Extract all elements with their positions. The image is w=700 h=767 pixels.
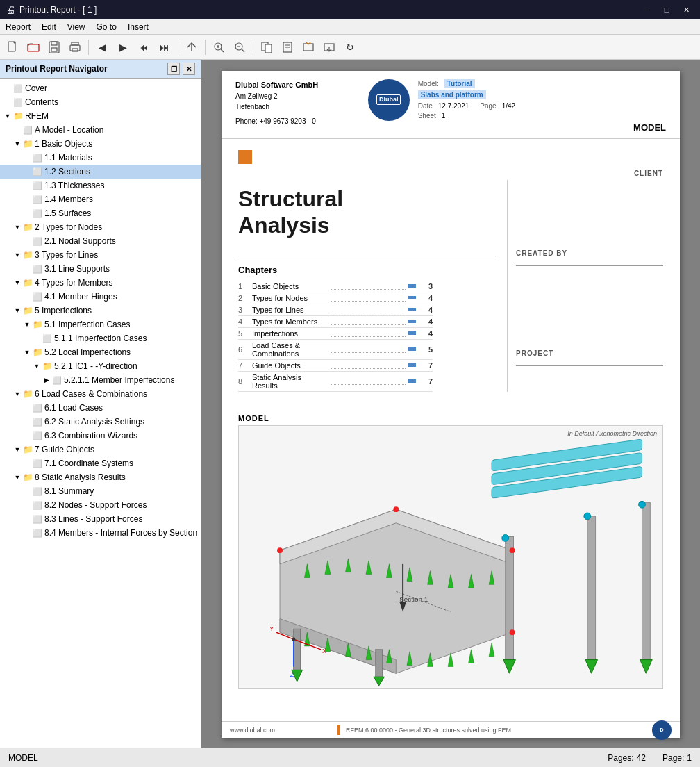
sheet-value: 1 bbox=[442, 112, 446, 119]
tree-item-8-3[interactable]: ⬜ 8.3 Lines - Support Forces bbox=[0, 512, 201, 526]
doc-icon: ⬜ bbox=[32, 513, 43, 525]
svg-rect-16 bbox=[265, 44, 272, 53]
toolbar-page1[interactable] bbox=[257, 38, 276, 57]
chapters-table: 1 Basic Objects 3 2 Types for Nodes 4 3 bbox=[238, 281, 433, 392]
tree-item-5-2-1-1[interactable]: ▶ ⬜ 5.2.1.1 Member Imperfections bbox=[0, 373, 201, 387]
tree-item-4-1[interactable]: ⬜ 4.1 Member Hinges bbox=[0, 290, 201, 304]
doc-icon: ⬜ bbox=[32, 236, 43, 247]
tree-item-8-1[interactable]: ⬜ 8.1 Summary bbox=[0, 484, 201, 498]
expand-1-basic[interactable]: ▼ bbox=[12, 139, 22, 149]
expand-3-lines[interactable]: ▼ bbox=[12, 250, 22, 260]
expand-7-guide[interactable]: ▼ bbox=[12, 445, 22, 454]
tree-item-5-2-1[interactable]: ▼ 📁 5.2.1 IC1 - -Y-direction bbox=[0, 359, 201, 373]
chapter-row: 2 Types for Nodes 4 bbox=[238, 292, 433, 304]
toolbar-export2[interactable] bbox=[319, 38, 339, 57]
tree-item-8-2[interactable]: ⬜ 8.2 Nodes - Support Forces bbox=[0, 498, 201, 512]
menu-edit[interactable]: Edit bbox=[36, 19, 62, 34]
tree-item-1-3[interactable]: ⬜ 1.3 Thicknesses bbox=[0, 179, 201, 192]
toolbar-zoom-out[interactable] bbox=[230, 38, 249, 57]
toolbar-sep1 bbox=[88, 40, 89, 55]
tree-item-6-3[interactable]: ⬜ 6.3 Combination Wizards bbox=[0, 429, 201, 443]
tree-item-1-5[interactable]: ⬜ 1.5 Surfaces bbox=[0, 206, 201, 220]
tree-item-5-2[interactable]: ▼ 📁 5.2 Local Imperfections bbox=[0, 345, 201, 359]
doc-icon: ⬜ bbox=[32, 402, 43, 413]
toolbar-next[interactable]: ▶ bbox=[113, 38, 133, 57]
toolbar: ◀ ▶ ⏮ ⏭ ↻ bbox=[0, 35, 700, 60]
expand-5-2-1[interactable]: ▼ bbox=[32, 361, 42, 371]
toolbar-last[interactable]: ⏭ bbox=[155, 38, 174, 57]
tree-item-rfem[interactable]: ▼ 📁 RFEM bbox=[0, 109, 201, 123]
tree-item-6-1[interactable]: ⬜ 6.1 Load Cases bbox=[0, 401, 201, 415]
toolbar-page2[interactable] bbox=[278, 38, 297, 57]
maximize-button[interactable]: □ bbox=[658, 3, 675, 17]
expand-5-1[interactable]: ▼ bbox=[22, 320, 32, 329]
section-title: MODEL bbox=[418, 122, 666, 133]
tree-item-1-basic[interactable]: ▼ 📁 1 Basic Objects bbox=[0, 137, 201, 151]
company-phone: Phone: +49 9673 9203 - 0 bbox=[235, 116, 360, 126]
tree-item-cover[interactable]: ⬜ Cover bbox=[0, 81, 201, 95]
status-page: Page: 1 bbox=[662, 753, 692, 763]
company-name: Dlubal Software GmbH bbox=[235, 79, 360, 91]
content-area[interactable]: Dlubal Software GmbH Am Zellweg 2 Tiefen… bbox=[201, 60, 700, 748]
tree-item-1-2[interactable]: ⬜ 1.2 Sections bbox=[0, 165, 201, 179]
tree-item-5-1[interactable]: ▼ 📁 5.1 Imperfection Cases bbox=[0, 317, 201, 331]
expand-5-imp[interactable]: ▼ bbox=[12, 306, 22, 315]
toolbar-refresh[interactable]: ↻ bbox=[340, 38, 360, 57]
expand-2-nodes[interactable]: ▼ bbox=[12, 222, 22, 232]
expand-6-load[interactable]: ▼ bbox=[12, 389, 22, 399]
created-by-label: CREATED BY bbox=[516, 249, 663, 257]
chapters-section: Chapters 1 Basic Objects 3 2 Types for N… bbox=[238, 265, 496, 392]
tree-item-8-4[interactable]: ⬜ 8.4 Members - Internal Forces by Secti… bbox=[0, 526, 201, 540]
menu-view[interactable]: View bbox=[62, 19, 91, 34]
expand-rfem[interactable]: ▼ bbox=[3, 111, 12, 121]
toolbar-export1[interactable] bbox=[299, 38, 318, 57]
close-button[interactable]: ✕ bbox=[678, 3, 694, 17]
navigator-close[interactable]: ✕ bbox=[183, 63, 195, 75]
tree-item-2-nodes[interactable]: ▼ 📁 2 Types for Nodes bbox=[0, 220, 201, 234]
menu-report[interactable]: Report bbox=[0, 19, 36, 34]
tree-item-7-1[interactable]: ⬜ 7.1 Coordinate Systems bbox=[0, 456, 201, 470]
tree-item-3-lines[interactable]: ▼ 📁 3 Types for Lines bbox=[0, 248, 201, 262]
model-section: MODEL In Default Axonometric Direction bbox=[238, 414, 663, 689]
tree-item-4-members[interactable]: ▼ 📁 4 Types for Members bbox=[0, 276, 201, 290]
pages-label: Pages: bbox=[608, 753, 633, 763]
toolbar-print[interactable] bbox=[65, 38, 85, 57]
doc-icon: ⬜ bbox=[22, 124, 33, 135]
folder-icon: 📁 bbox=[22, 472, 33, 483]
toolbar-zoom-in[interactable] bbox=[209, 38, 228, 57]
tree-item-5-imp[interactable]: ▼ 📁 5 Imperfections bbox=[0, 304, 201, 317]
toolbar-prev[interactable]: ◀ bbox=[92, 38, 112, 57]
window-controls[interactable]: ─ □ ✕ bbox=[639, 3, 694, 17]
tree-item-2-1[interactable]: ⬜ 2.1 Nodal Supports bbox=[0, 234, 201, 248]
chapter-row: 4 Types for Members 4 bbox=[238, 316, 433, 328]
expand-4-members[interactable]: ▼ bbox=[12, 278, 22, 288]
page-label: Page: bbox=[662, 753, 684, 763]
tree-item-8-static[interactable]: ▼ 📁 8 Static Analysis Results bbox=[0, 470, 201, 484]
toolbar-navigate[interactable] bbox=[182, 38, 201, 57]
tree-item-1-1[interactable]: ⬜ 1.1 Materials bbox=[0, 151, 201, 165]
navigator-restore[interactable]: ❐ bbox=[167, 63, 180, 75]
menu-insert[interactable]: Insert bbox=[122, 19, 154, 34]
expand-5-2[interactable]: ▼ bbox=[22, 347, 32, 357]
tree-item-5-1-1[interactable]: ⬜ 5.1.1 Imperfection Cases bbox=[0, 331, 201, 345]
tree-item-a-model[interactable]: ⬜ A Model - Location bbox=[0, 123, 201, 137]
tree-item-7-guide[interactable]: ▼ 📁 7 Guide Objects bbox=[0, 443, 201, 456]
tree-item-contents[interactable]: ⬜ Contents bbox=[0, 95, 201, 109]
expand-8-static[interactable]: ▼ bbox=[12, 472, 22, 482]
model-direction-label: In Default Axonometric Direction bbox=[567, 430, 657, 437]
toolbar-open[interactable] bbox=[24, 38, 43, 57]
tree-item-3-1[interactable]: ⬜ 3.1 Line Supports bbox=[0, 262, 201, 276]
tree-item-6-load[interactable]: ▼ 📁 6 Load Cases & Combinations bbox=[0, 387, 201, 401]
navigator-controls[interactable]: ❐ ✕ bbox=[167, 63, 195, 75]
toolbar-first[interactable]: ⏮ bbox=[134, 38, 153, 57]
menu-goto[interactable]: Go to bbox=[91, 19, 122, 34]
folder-icon: 📁 bbox=[12, 110, 24, 122]
sub-value: Slabs and platform bbox=[418, 90, 486, 99]
svg-line-13 bbox=[242, 49, 244, 52]
doc-icon: ⬜ bbox=[32, 208, 43, 219]
tree-item-1-4[interactable]: ⬜ 1.4 Members bbox=[0, 192, 201, 206]
tree-item-6-2[interactable]: ⬜ 6.2 Static Analysis Settings bbox=[0, 415, 201, 429]
minimize-button[interactable]: ─ bbox=[639, 3, 656, 17]
toolbar-new[interactable] bbox=[3, 38, 22, 57]
toolbar-save[interactable] bbox=[44, 38, 64, 57]
